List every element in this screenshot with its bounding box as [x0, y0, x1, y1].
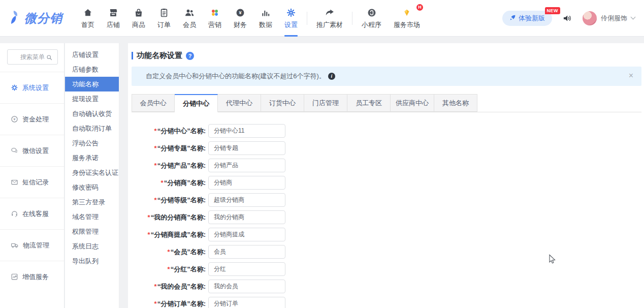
sidebar-item-label: 资金处理	[22, 115, 49, 124]
nav-item-miniprogram[interactable]: 小程序	[356, 0, 388, 37]
form-row: *“分销中心”名称:	[132, 124, 641, 138]
my-distributors-name-input[interactable]	[208, 210, 285, 224]
user-name: 伶俐服饰	[601, 14, 627, 23]
submenu-item-id-verification[interactable]: 身份证实名认证	[65, 165, 119, 180]
info-banner: 自定义会员中心和分销中心的功能名称(建议不超过6个字符)。 i ×	[132, 67, 641, 86]
distribution-level-name-input[interactable]	[208, 193, 285, 207]
settings-submenu: 店铺设置 店铺参数 功能名称 提现设置 自动确认收货 自动取消订单 浮动公告 服…	[65, 43, 119, 308]
field-label: “分销订单”名称:	[157, 300, 206, 307]
sidebar-item-sms[interactable]: 短信记录	[0, 166, 64, 198]
distribution-topic-name-input[interactable]	[208, 141, 285, 155]
announcement-speaker-icon[interactable]	[562, 13, 572, 23]
sidebar-item-wechat[interactable]: 微信设置	[0, 135, 64, 166]
distribution-order-name-input[interactable]	[208, 297, 285, 308]
nav-item-service-market[interactable]: H 服务市场	[388, 0, 426, 37]
submenu-item-auto-cancel[interactable]: 自动取消订单	[65, 121, 119, 136]
nav-divider	[352, 12, 352, 25]
submenu-item-shop-settings[interactable]: 店铺设置	[65, 47, 119, 62]
distributor-name-input[interactable]	[208, 176, 285, 190]
distribution-product-name-input[interactable]	[208, 159, 285, 172]
tab-member-center[interactable]: 会员中心	[132, 94, 175, 112]
sidebar-item-label: 物流管理	[23, 241, 49, 250]
main-nav: 首页 店铺 商品 订单	[75, 0, 426, 37]
submenu-item-change-password[interactable]: 修改密码	[65, 180, 119, 195]
menu-search-input[interactable]	[7, 49, 58, 65]
tab-ordering-center[interactable]: 订货中心	[261, 94, 304, 112]
required-mark: *	[148, 231, 150, 238]
rocket-icon	[509, 14, 516, 22]
clipboard-icon	[159, 7, 169, 18]
storefront-icon	[108, 7, 118, 18]
page-title: 功能名称设置 ?	[132, 51, 641, 60]
user-menu[interactable]: 伶俐服饰	[583, 11, 635, 25]
nav-item-members[interactable]: 会员	[177, 0, 202, 37]
title-accent-bar	[132, 52, 133, 59]
info-icon[interactable]: i	[328, 73, 335, 80]
tab-distribution-center[interactable]: 分销中心	[175, 94, 218, 112]
nav-item-data[interactable]: 数据	[253, 0, 278, 37]
nav-item-settings[interactable]: 设置	[278, 0, 304, 37]
nav-item-promo-material[interactable]: 推广素材	[310, 0, 349, 37]
field-label: “分红”名称:	[171, 265, 206, 273]
tab-store-management[interactable]: 门店管理	[304, 94, 347, 112]
sidebar-item-value-added[interactable]: 增值服务	[0, 261, 64, 292]
dividend-name-input[interactable]	[208, 262, 285, 276]
sidebar-item-system-settings[interactable]: 系统设置	[0, 72, 64, 103]
required-mark: *	[154, 162, 157, 169]
distributor-commission-name-input[interactable]	[208, 228, 285, 241]
submenu-item-third-party-login[interactable]: 第三方登录	[65, 195, 119, 209]
submenu-item-service-promise[interactable]: 服务承诺	[65, 150, 119, 165]
form-row: *“分销专题”名称:	[132, 141, 641, 155]
distribution-center-name-input[interactable]	[208, 124, 285, 138]
sidebar-item-logistics[interactable]: 物流管理	[0, 229, 64, 261]
hot-badge: H	[416, 4, 423, 11]
headset-icon	[11, 210, 18, 218]
submenu-item-permission-management[interactable]: 权限管理	[65, 224, 119, 239]
tab-agent-center[interactable]: 代理中心	[218, 94, 261, 112]
tab-staff-zone[interactable]: 员工专区	[347, 94, 391, 112]
try-new-version-button[interactable]: 体验新版 NEW	[502, 11, 552, 26]
nav-item-goods[interactable]: 商品	[126, 0, 151, 37]
yuan-coin-icon: ¥	[235, 7, 245, 18]
submenu-item-withdraw-settings[interactable]: 提现设置	[65, 91, 119, 106]
nav-item-home[interactable]: 首页	[75, 0, 101, 37]
tab-other-names[interactable]: 其他名称	[434, 94, 477, 112]
nav-item-marketing[interactable]: 营销	[202, 0, 228, 37]
app-logo[interactable]: 微分销	[0, 10, 75, 27]
top-navbar: 微分销 首页 店铺 商品	[0, 0, 644, 37]
nav-item-orders[interactable]: 订单	[151, 0, 177, 37]
menu-search	[7, 49, 57, 65]
nav-item-shop[interactable]: 店铺	[101, 0, 126, 37]
submenu-item-domain-management[interactable]: 域名管理	[65, 209, 119, 224]
my-members-name-input[interactable]	[208, 280, 285, 293]
nav-item-finance[interactable]: ¥ 财务	[228, 0, 253, 37]
function-name-form: *“分销中心”名称: *“分销专题”名称: *“分销产品”名称: *“分销商”名…	[132, 124, 641, 308]
submenu-item-auto-confirm[interactable]: 自动确认收货	[65, 106, 119, 121]
sidebar-item-funds[interactable]: ¥ 资金处理	[0, 103, 64, 135]
nav-divider	[307, 12, 307, 25]
sidebar-item-label: 系统设置	[22, 83, 49, 93]
truck-icon	[11, 241, 19, 249]
sidebar-item-label: 短信记录	[22, 178, 49, 187]
submenu-item-export-queue[interactable]: 导出队列	[65, 254, 119, 268]
submenu-item-floating-notice[interactable]: 浮动公告	[65, 136, 119, 150]
member-name-input[interactable]	[208, 245, 285, 259]
form-row: *“分销订单”名称:	[132, 297, 641, 308]
form-row: *“我的分销商”名称:	[132, 210, 641, 224]
field-label: “分销商提成”名称:	[151, 231, 206, 238]
field-label: “会员”名称:	[171, 248, 206, 256]
submenu-item-system-log[interactable]: 系统日志	[65, 239, 119, 254]
submenu-item-shop-params[interactable]: 店铺参数	[65, 62, 119, 77]
form-row: *“分红”名称:	[132, 262, 641, 276]
required-mark: *	[154, 196, 157, 204]
help-icon[interactable]: ?	[186, 52, 194, 60]
banner-close-icon[interactable]: ×	[629, 71, 633, 80]
center-tabs: 会员中心 分销中心 代理中心 订货中心 门店管理 员工专区 供应商中心 其他名称	[132, 94, 641, 112]
tab-supplier-center[interactable]: 供应商中心	[391, 94, 434, 112]
submenu-item-function-names[interactable]: 功能名称	[65, 77, 119, 91]
miniprogram-icon	[367, 7, 377, 18]
form-row: *“分销等级”名称:	[132, 193, 641, 207]
banner-text: 自定义会员中心和分销中心的功能名称(建议不超过6个字符)。	[146, 72, 326, 81]
sidebar-item-customer-service[interactable]: 在线客服	[0, 198, 64, 229]
try-new-version-label: 体验新版	[519, 14, 545, 23]
